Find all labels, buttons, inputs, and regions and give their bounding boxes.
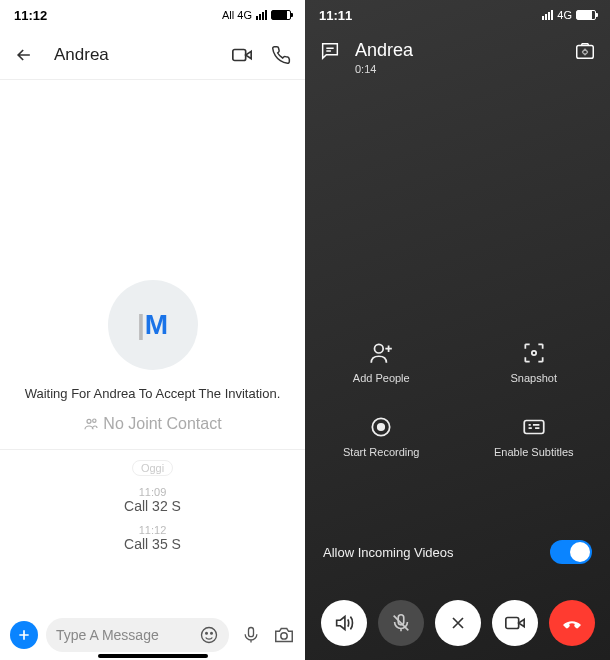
- message-placeholder: Type A Message: [56, 627, 195, 643]
- speaker-button[interactable]: [321, 600, 367, 646]
- voice-call-icon[interactable]: [271, 45, 291, 65]
- svg-point-9: [375, 344, 384, 353]
- message-input[interactable]: Type A Message: [46, 618, 229, 652]
- start-recording-button[interactable]: Start Recording: [305, 414, 458, 458]
- signal-icon: [542, 10, 553, 20]
- status-time: 11:12: [14, 8, 47, 23]
- status-bar: 11:11 4G: [305, 0, 610, 30]
- incoming-video-toggle-row: Allow Incoming Videos: [305, 540, 610, 564]
- message-input-bar: Type A Message: [0, 618, 305, 652]
- svg-rect-6: [249, 628, 254, 637]
- svg-point-1: [87, 419, 91, 423]
- snapshot-button[interactable]: Snapshot: [458, 340, 611, 384]
- video-call-icon[interactable]: [231, 44, 253, 66]
- svg-point-4: [206, 633, 208, 635]
- close-button[interactable]: [435, 600, 481, 646]
- back-icon[interactable]: [14, 45, 34, 65]
- add-button[interactable]: [10, 621, 38, 649]
- call-actions: Add People Snapshot Start Recording Enab…: [305, 340, 610, 458]
- call-record: 11:12 Call 35 S: [124, 524, 181, 552]
- svg-rect-8: [577, 46, 594, 59]
- svg-rect-15: [505, 618, 518, 629]
- battery-icon: [271, 10, 291, 20]
- no-joint-contact: No Joint Contact: [83, 415, 221, 433]
- call-record: 11:09 Call 32 S: [124, 486, 181, 514]
- add-people-button[interactable]: Add People: [305, 340, 458, 384]
- day-label: Oggi: [132, 460, 173, 476]
- incoming-video-toggle[interactable]: [550, 540, 592, 564]
- end-call-button[interactable]: [549, 600, 595, 646]
- status-bar: 11:12 All 4G: [0, 0, 305, 30]
- signal-icon: [256, 10, 267, 20]
- status-right: All 4G: [222, 9, 291, 21]
- video-toggle-button[interactable]: [492, 600, 538, 646]
- enable-subtitles-button[interactable]: Enable Subtitles: [458, 414, 611, 458]
- chat-title: Andrea: [54, 45, 213, 65]
- camera-icon[interactable]: [273, 624, 295, 646]
- svg-point-2: [93, 419, 96, 422]
- mic-icon[interactable]: [241, 625, 261, 645]
- waiting-text: Waiting For Andrea To Accept The Invitat…: [25, 386, 281, 401]
- status-right: 4G: [542, 9, 596, 21]
- chat-screen: 11:12 All 4G Andrea | M Waiting For Andr…: [0, 0, 305, 660]
- status-net: All 4G: [222, 9, 252, 21]
- divider: [0, 449, 305, 450]
- svg-point-12: [378, 424, 385, 431]
- incoming-video-label: Allow Incoming Videos: [323, 545, 550, 560]
- chat-bubble-icon[interactable]: [319, 40, 341, 62]
- svg-rect-0: [233, 49, 246, 60]
- avatar: | M: [108, 280, 198, 370]
- call-controls: [305, 600, 610, 646]
- svg-rect-13: [524, 421, 544, 434]
- svg-point-3: [202, 628, 217, 643]
- battery-icon: [576, 10, 596, 20]
- chat-body: | M Waiting For Andrea To Accept The Inv…: [0, 80, 305, 552]
- call-title: Andrea: [355, 40, 574, 61]
- status-time: 11:11: [319, 8, 352, 23]
- call-screen: 11:11 4G Andrea 0:14 Add People Snapshot: [305, 0, 610, 660]
- contacts-icon: [83, 416, 99, 432]
- svg-point-10: [532, 351, 536, 355]
- call-header: Andrea 0:14: [305, 30, 610, 75]
- mute-button[interactable]: [378, 600, 424, 646]
- svg-point-7: [281, 633, 287, 639]
- status-net: 4G: [557, 9, 572, 21]
- chat-header: Andrea: [0, 30, 305, 80]
- switch-camera-icon[interactable]: [574, 40, 596, 62]
- svg-point-5: [211, 633, 213, 635]
- call-duration: 0:14: [355, 63, 574, 75]
- emoji-icon[interactable]: [199, 625, 219, 645]
- home-indicator: [98, 654, 208, 658]
